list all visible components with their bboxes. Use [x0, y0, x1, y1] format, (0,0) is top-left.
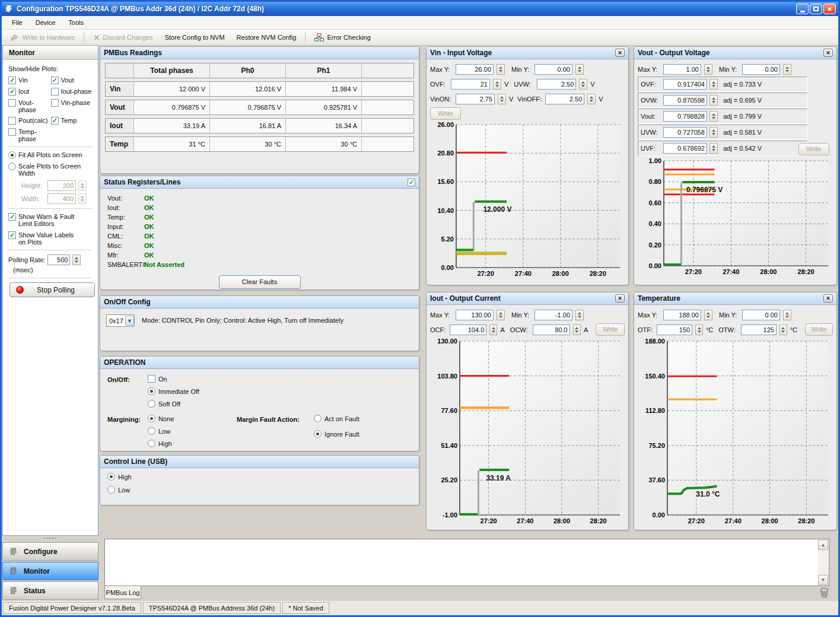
margining-low-radio[interactable]: Low: [148, 427, 170, 435]
stepper[interactable]: [489, 325, 497, 335]
stepper[interactable]: [587, 94, 596, 104]
checkbox-icon[interactable]: [8, 99, 16, 107]
scale-plots-radio[interactable]: Scale Plots to Screen Width: [8, 163, 93, 177]
vin-close-button[interactable]: ✕: [615, 49, 625, 57]
vout-close-button[interactable]: ✕: [823, 49, 833, 57]
checkbox-icon[interactable]: [51, 88, 59, 96]
stepper[interactable]: [579, 79, 587, 90]
discard-changes-button[interactable]: ✕ Discard Changes: [88, 31, 157, 44]
close-button[interactable]: ✕: [823, 4, 836, 14]
limit-field[interactable]: 0.870598: [663, 95, 707, 106]
limit-field[interactable]: 0.727058: [663, 127, 707, 138]
otw-field[interactable]: 125: [741, 325, 777, 335]
scroll-up-button[interactable]: ▲: [818, 540, 828, 550]
log-scrollbar[interactable]: ▲ ▼: [818, 540, 828, 585]
width-field[interactable]: 400: [47, 193, 76, 204]
otf-field[interactable]: 150: [657, 325, 692, 335]
radio-icon[interactable]: [107, 486, 115, 494]
act-on-fault-radio[interactable]: Act on Fault: [314, 415, 359, 422]
stepper[interactable]: [709, 143, 718, 154]
plot-toggle-temp-phase[interactable]: Temp-phase: [8, 128, 51, 142]
radio-icon[interactable]: [107, 473, 115, 481]
radio-icon[interactable]: [8, 163, 16, 170]
height-field[interactable]: 200: [47, 180, 76, 191]
onoff-config-dropdown[interactable]: 0x17 ▼: [106, 314, 135, 327]
margining-none-radio[interactable]: None: [148, 415, 174, 422]
soft-off-radio[interactable]: Soft Off: [148, 400, 180, 408]
temp-miny-field[interactable]: 0.00: [742, 310, 780, 320]
stepper[interactable]: [783, 310, 791, 320]
control-high-radio[interactable]: High: [107, 473, 132, 481]
stepper[interactable]: [575, 64, 584, 75]
iout-miny-field[interactable]: -1.00: [534, 310, 572, 320]
stepper[interactable]: [497, 64, 505, 75]
radio-icon[interactable]: [148, 427, 155, 435]
plot-toggle-vin-phase[interactable]: Vin-phase: [51, 99, 94, 113]
iout-maxy-field[interactable]: 130.00: [456, 310, 494, 320]
plot-toggle-temp[interactable]: Temp: [51, 117, 94, 125]
plot-toggle-iout-phase[interactable]: Iout-phase: [51, 88, 94, 96]
ignore-fault-radio[interactable]: Ignore Fault: [314, 430, 359, 438]
write-to-hardware-button[interactable]: Write to Hardware: [5, 31, 79, 44]
clear-log-trash-button[interactable]: [819, 587, 829, 599]
nav-configure-button[interactable]: Configure: [2, 542, 98, 561]
operation-on-checkbox[interactable]: On: [148, 375, 167, 383]
iout-write-button[interactable]: Write: [596, 323, 625, 336]
stepper[interactable]: [709, 79, 718, 90]
stepper[interactable]: [498, 94, 506, 104]
vout-write-button[interactable]: Write: [798, 143, 829, 155]
checkbox-icon[interactable]: [8, 231, 16, 239]
stepper[interactable]: [695, 325, 703, 335]
scroll-down-button[interactable]: ▼: [818, 575, 828, 585]
checkbox-icon[interactable]: [8, 117, 16, 125]
stepper[interactable]: [573, 325, 581, 335]
margining-high-radio[interactable]: High: [148, 440, 172, 447]
vout-maxy-field[interactable]: 1.00: [663, 64, 701, 75]
plot-toggle-vout[interactable]: Vout: [51, 77, 94, 84]
stepper[interactable]: [783, 64, 791, 75]
immediate-off-radio[interactable]: Immediate Off: [148, 387, 199, 395]
menu-file[interactable]: File: [5, 17, 29, 28]
stepper[interactable]: [709, 111, 718, 122]
stepper[interactable]: [575, 310, 584, 320]
checkbox-icon[interactable]: [8, 88, 16, 96]
stepper[interactable]: [497, 310, 505, 320]
checkbox-icon[interactable]: [8, 128, 16, 136]
clear-faults-button[interactable]: Clear Faults: [219, 275, 301, 289]
show-value-labels-checkbox[interactable]: Show Value Labels on Plots: [8, 231, 93, 246]
pmbus-log-tab[interactable]: PMBus Log: [104, 586, 141, 599]
width-stepper[interactable]: [78, 193, 87, 204]
vinoff-field[interactable]: 2.50: [545, 94, 584, 104]
limit-field[interactable]: 0.917404: [663, 79, 707, 90]
stepper[interactable]: [709, 127, 718, 138]
minimize-button[interactable]: [796, 4, 809, 14]
radio-icon[interactable]: [314, 430, 322, 438]
error-checking-button[interactable]: Error Checking: [310, 31, 375, 44]
polling-rate-stepper[interactable]: [72, 255, 81, 265]
limit-field[interactable]: 0.798828: [663, 111, 707, 122]
radio-icon[interactable]: [314, 415, 322, 422]
checkbox-icon[interactable]: [8, 213, 16, 221]
temperature-close-button[interactable]: ✕: [823, 294, 833, 303]
stepper[interactable]: [709, 95, 718, 106]
plot-toggle-vin[interactable]: Vin: [8, 77, 51, 84]
radio-icon[interactable]: [148, 387, 155, 395]
checkbox-icon[interactable]: [51, 117, 59, 125]
height-stepper[interactable]: [78, 180, 87, 191]
radio-icon[interactable]: [148, 400, 155, 408]
limit-field[interactable]: 0.678692: [663, 143, 707, 154]
plot-toggle-iout[interactable]: Iout: [8, 88, 51, 96]
stepper[interactable]: [704, 64, 712, 75]
vout-miny-field[interactable]: 0.00: [742, 64, 780, 75]
plot-toggle-pout-calc-[interactable]: Pout(calc): [8, 117, 51, 125]
radio-icon[interactable]: [148, 415, 155, 422]
splitter-handle[interactable]: •••••: [2, 536, 98, 541]
store-config-nvm-button[interactable]: Store Config to NVM: [160, 31, 230, 43]
chevron-down-icon[interactable]: ▼: [125, 316, 134, 326]
nav-monitor-button[interactable]: Monitor: [2, 562, 98, 580]
status-registers-checkbox[interactable]: [408, 179, 415, 186]
menu-device[interactable]: Device: [29, 17, 62, 28]
ocw-field[interactable]: 80.0: [533, 325, 569, 335]
temp-write-button[interactable]: Write: [805, 323, 833, 336]
checkbox-icon[interactable]: [51, 99, 59, 107]
